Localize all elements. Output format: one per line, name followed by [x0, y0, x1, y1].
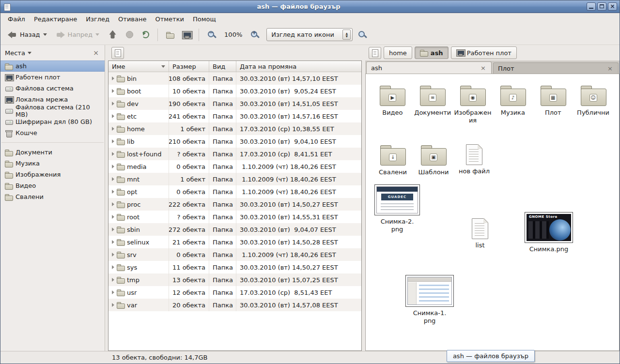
tree-row-proc[interactable]: proc222 обектаПапка30.03.2010 (вт) 14,50…	[108, 198, 361, 211]
expander-icon[interactable]	[112, 89, 114, 93]
back-history-dropdown-icon[interactable]	[43, 33, 47, 36]
zoom-out-button[interactable]: −	[204, 28, 219, 42]
file-item-music[interactable]: ♪Музика	[493, 85, 533, 117]
expander-icon[interactable]	[112, 240, 114, 244]
sidebar-item-desktop[interactable]: Работен плот	[0, 72, 105, 83]
menu-go[interactable]: Отиване	[114, 14, 151, 24]
menu-view[interactable]: Изглед	[81, 14, 114, 24]
tree-row-media[interactable]: media0 обектаПапка 1.10.2009 (чт) 18,40,…	[108, 160, 361, 173]
file-item-snimka-1[interactable]: Снимка-1.png	[403, 275, 456, 324]
tree-row-opt[interactable]: opt0 обектаПапка 1.10.2009 (чт) 18,40,26…	[108, 185, 361, 198]
expander-icon[interactable]	[112, 290, 114, 294]
path-button-home[interactable]: home	[384, 46, 412, 59]
expander-icon[interactable]	[112, 76, 114, 80]
tree-row-lib[interactable]: lib210 обектаПапка30.03.2010 (вт) 9,04,1…	[108, 135, 361, 148]
sidebar-item-downloads[interactable]: Свалени	[0, 191, 105, 202]
tree-row-boot[interactable]: boot10 обектаПапка30.03.2010 (вт) 9,05,2…	[108, 85, 361, 97]
sidebar-title-dropdown-icon[interactable]	[28, 52, 31, 54]
expander-icon[interactable]	[112, 177, 114, 181]
expander-icon[interactable]	[112, 165, 114, 168]
tree-row-mnt[interactable]: mnt1 обектПапка 1.10.2009 (чт) 18,40,26 …	[108, 173, 361, 185]
tab-desktop[interactable]: Плот×	[493, 62, 619, 74]
sidebar-item-encrypted-80gb[interactable]: Шифриран дял (80 GB)	[0, 116, 105, 127]
maximize-button[interactable]	[597, 2, 606, 11]
titlebar[interactable]: ash — файлов браузър ×	[0, 0, 620, 13]
column-header-name[interactable]: Име	[108, 61, 169, 72]
location-toggle-button[interactable]	[111, 47, 124, 59]
tree-row-dev[interactable]: dev190 обектаПапка30.03.2010 (вт) 14,51,…	[108, 97, 361, 110]
stop-button[interactable]	[123, 29, 137, 41]
expander-icon[interactable]	[112, 253, 114, 257]
file-item-new-file[interactable]: нов файл	[454, 144, 495, 175]
column-header-date[interactable]: Дата на промяна	[236, 61, 361, 72]
expander-icon[interactable]	[112, 114, 114, 118]
path-button-ash[interactable]: ash	[415, 46, 449, 59]
tree-row-etc[interactable]: etc241 обектаПапка30.03.2010 (вт) 14,57,…	[108, 110, 361, 122]
file-item-downloads[interactable]: ↓Свалени	[372, 144, 413, 176]
file-item-snimka-2[interactable]: GUADECСнимка-2.png	[371, 184, 424, 233]
view-mode-spinner-icon[interactable]: ▲▼	[342, 30, 351, 40]
home-button[interactable]	[163, 29, 177, 41]
tree-row-tmp[interactable]: tmp13 обектаПапка30.03.2010 (вт) 15,07,2…	[108, 273, 361, 286]
expander-icon[interactable]	[112, 190, 114, 194]
file-item-templates[interactable]: ▣Шаблони	[413, 144, 454, 176]
expander-icon[interactable]	[112, 127, 114, 131]
expander-icon[interactable]	[112, 215, 114, 219]
up-button[interactable]	[105, 29, 121, 41]
tab-ash[interactable]: ash×	[366, 61, 492, 74]
sidebar-item-video[interactable]: Видео	[0, 180, 105, 191]
sort-dropdown-icon[interactable]	[161, 65, 165, 68]
sidebar-title[interactable]: Места	[5, 49, 25, 57]
tree-row-srv[interactable]: srv0 обектаПапка 1.10.2009 (чт) 18,40,26…	[108, 248, 361, 261]
expander-icon[interactable]	[112, 102, 114, 106]
menu-bookmarks[interactable]: Отметки	[151, 14, 188, 24]
file-item-video[interactable]: ▶Видео	[372, 85, 413, 117]
menu-edit[interactable]: Редактиране	[30, 14, 81, 24]
tree-row-lost+found[interactable]: lost+found? обектаПапка17.03.2010 (ср) 8…	[108, 148, 361, 160]
sidebar-item-music[interactable]: Музика	[0, 158, 105, 169]
menu-help[interactable]: Помощ	[188, 14, 220, 24]
column-header-size[interactable]: Размер	[169, 61, 209, 72]
forward-button[interactable]: Напред	[52, 29, 103, 41]
file-item-list[interactable]: list	[463, 218, 497, 249]
tab-close-icon[interactable]: ×	[480, 64, 487, 72]
search-button[interactable]	[355, 28, 370, 42]
expander-icon[interactable]	[112, 278, 114, 282]
sidebar-item-trash[interactable]: Кошче	[0, 127, 105, 138]
tree-row-sys[interactable]: sys11 обектаПапка30.03.2010 (вт) 14,50,2…	[108, 261, 361, 273]
tree-row-usr[interactable]: usr12 обектаПапка17.03.2010 (ср) 8,51,43…	[108, 286, 361, 299]
file-item-snimka[interactable]: GNOME StoreСнимка.png	[519, 212, 579, 253]
expander-icon[interactable]	[112, 303, 114, 307]
expander-icon[interactable]	[112, 202, 114, 206]
tree-row-root[interactable]: root? обектаПапка30.03.2010 (вт) 14,55,3…	[108, 211, 361, 223]
file-item-desktop[interactable]: ▦Плот	[533, 85, 573, 117]
path-button-desktop[interactable]: Работен плот	[451, 46, 517, 59]
icon-view[interactable]: ▶Видео≡Документи◉Изображения♪Музика▦Плот…	[365, 74, 620, 351]
file-item-pictures[interactable]: ◉Изображения	[453, 85, 493, 124]
menu-file[interactable]: Файл	[3, 14, 30, 24]
tab-close-icon[interactable]: ×	[606, 65, 614, 72]
minimize-button[interactable]	[587, 2, 596, 11]
sidebar-item-ash[interactable]: ash	[0, 61, 105, 72]
zoom-in-button[interactable]: +	[247, 28, 263, 42]
expander-icon[interactable]	[112, 228, 114, 231]
file-item-documents[interactable]: ≡Документи	[413, 85, 453, 117]
sidebar-item-filesystem[interactable]: Файлова система	[0, 83, 105, 94]
tree-row-bin[interactable]: bin108 обектаПапка30.03.2010 (вт) 14,57,…	[108, 72, 361, 85]
tree-row-selinux[interactable]: selinux21 обектаПапка30.03.2010 (вт) 14,…	[108, 236, 361, 248]
tree-row-home[interactable]: home1 обектПапка17.03.2010 (ср) 10,38,55…	[108, 122, 361, 135]
reload-button[interactable]	[139, 29, 153, 41]
expander-icon[interactable]	[112, 265, 114, 269]
close-button[interactable]: ×	[608, 2, 617, 11]
sidebar-close-button[interactable]: ×	[92, 49, 100, 57]
back-button[interactable]: Назад	[4, 29, 50, 41]
tree-row-var[interactable]: var20 обектаПапка30.03.2010 (вт) 14,57,0…	[108, 299, 361, 311]
sidebar-item-filesystem-210mb[interactable]: Файлова система (210 MB)	[0, 105, 105, 116]
expander-icon[interactable]	[112, 139, 114, 143]
file-item-public[interactable]: ☺Публични	[573, 85, 613, 117]
sidebar-item-documents[interactable]: Документи	[0, 147, 105, 158]
location-toggle-button-2[interactable]	[369, 47, 381, 59]
tree-row-sbin[interactable]: sbin272 обектаПапка30.03.2010 (вт) 9,04,…	[108, 223, 361, 236]
computer-button[interactable]	[179, 29, 194, 41]
sidebar-item-pictures[interactable]: Изображения	[0, 169, 105, 180]
